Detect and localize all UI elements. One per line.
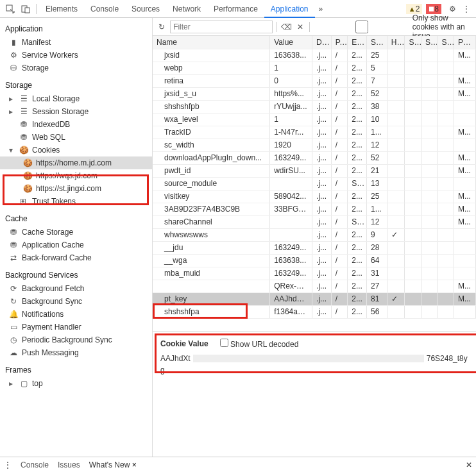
- cell[interactable]: 25: [367, 190, 387, 203]
- cell[interactable]: .j...: [312, 215, 332, 228]
- sidebar-item-service-workers[interactable]: ⚙Service Workers: [0, 49, 152, 62]
- cell[interactable]: 163638...: [270, 254, 312, 267]
- table-row[interactable]: visitkey589042....j.../2...25M...: [153, 190, 476, 203]
- cell[interactable]: .j...: [312, 177, 332, 190]
- cell[interactable]: [421, 177, 437, 190]
- cell[interactable]: [438, 113, 454, 126]
- cell[interactable]: 7: [367, 74, 387, 87]
- sidebar-item-notifications[interactable]: 🔔Notifications: [0, 308, 152, 321]
- table-row[interactable]: __jdu163249....j.../2...28: [153, 241, 476, 254]
- cell[interactable]: S...: [348, 215, 367, 228]
- cookies-table[interactable]: NameValueD...P...E...Si...H...S...S...S.…: [153, 36, 476, 319]
- table-row[interactable]: __wga163638....j.../2...64: [153, 254, 476, 267]
- cell[interactable]: [421, 74, 437, 87]
- cell[interactable]: .j...: [312, 267, 332, 280]
- sidebar-item-push[interactable]: ☁Push Messaging: [0, 346, 152, 359]
- cell[interactable]: [405, 49, 421, 62]
- cell[interactable]: [405, 100, 421, 113]
- cell[interactable]: [454, 254, 475, 267]
- show-decoded-toggle[interactable]: Show URL decoded: [220, 339, 299, 349]
- cell[interactable]: [405, 241, 421, 254]
- table-row[interactable]: shshshfpaf1364ae....j.../2...56: [153, 305, 476, 318]
- cell[interactable]: [421, 228, 437, 241]
- cell[interactable]: /: [331, 292, 347, 305]
- cell[interactable]: [438, 177, 454, 190]
- table-row[interactable]: downloadAppPlugIn_down...163249....j.../…: [153, 151, 476, 164]
- cell[interactable]: [387, 113, 405, 126]
- cell[interactable]: [405, 126, 421, 139]
- cell[interactable]: /: [331, 280, 347, 292]
- cell[interactable]: 52: [367, 87, 387, 100]
- cell[interactable]: [421, 305, 437, 318]
- cell[interactable]: retina: [153, 74, 270, 87]
- cell[interactable]: [387, 215, 405, 228]
- cell[interactable]: 2...: [348, 164, 367, 177]
- cell[interactable]: [405, 151, 421, 164]
- cell[interactable]: .j...: [312, 49, 332, 62]
- cell[interactable]: /: [331, 151, 347, 164]
- cell[interactable]: [387, 203, 405, 215]
- cell[interactable]: [421, 139, 437, 151]
- cell[interactable]: /: [331, 126, 347, 139]
- cell[interactable]: /: [331, 241, 347, 254]
- cell[interactable]: [454, 305, 475, 318]
- cell[interactable]: /: [331, 62, 347, 74]
- cell[interactable]: [438, 267, 454, 280]
- cell[interactable]: /: [331, 87, 347, 100]
- cell[interactable]: [405, 139, 421, 151]
- col-header[interactable]: Pr...: [454, 36, 475, 49]
- table-row[interactable]: pt_keyAAJhdX....j.../2...81✓M...: [153, 292, 476, 305]
- cell[interactable]: /: [331, 267, 347, 280]
- cell[interactable]: [405, 267, 421, 280]
- cell[interactable]: source_module: [153, 177, 270, 190]
- cell[interactable]: pwdt_id: [153, 164, 270, 177]
- cell[interactable]: https%...: [270, 87, 312, 100]
- cookie-host-wqs[interactable]: 🍪https://wqs.jd.com: [0, 169, 152, 182]
- cell[interactable]: /: [331, 305, 347, 318]
- cell[interactable]: TrackID: [153, 126, 270, 139]
- cell[interactable]: /: [331, 139, 347, 151]
- drawer-tab-issues[interactable]: Issues: [58, 460, 80, 469]
- cell[interactable]: 1: [270, 62, 312, 74]
- sidebar-item-session-storage[interactable]: ▸☰Session Storage: [0, 105, 152, 118]
- tab-application[interactable]: Application: [264, 0, 315, 18]
- cell[interactable]: [454, 113, 475, 126]
- cell[interactable]: 2...: [348, 113, 367, 126]
- cell[interactable]: 589042...: [270, 190, 312, 203]
- col-header[interactable]: D...: [312, 36, 332, 49]
- cell[interactable]: [438, 87, 454, 100]
- cell[interactable]: M...: [454, 126, 475, 139]
- cell[interactable]: 2...: [348, 62, 367, 74]
- cell[interactable]: .j...: [312, 164, 332, 177]
- clear-all-icon[interactable]: ✕: [296, 22, 305, 31]
- cell[interactable]: .j...: [312, 113, 332, 126]
- cell[interactable]: __wga: [153, 254, 270, 267]
- cell[interactable]: __jdu: [153, 241, 270, 254]
- cell[interactable]: [405, 74, 421, 87]
- table-row[interactable]: jxsid163638....j.../2...25M...: [153, 49, 476, 62]
- sidebar-item-bfcache[interactable]: ⇄Back-forward Cache: [0, 251, 152, 264]
- cell[interactable]: .j...: [312, 228, 332, 241]
- cell[interactable]: [438, 203, 454, 215]
- cell[interactable]: 163249...: [270, 151, 312, 164]
- sidebar-item-indexeddb[interactable]: ⛃IndexedDB: [0, 118, 152, 131]
- cell[interactable]: 12: [367, 215, 387, 228]
- drawer-tab-whatsnew[interactable]: What's New ×: [89, 460, 137, 469]
- cell[interactable]: [421, 215, 437, 228]
- cell[interactable]: [438, 139, 454, 151]
- cell[interactable]: 5: [367, 62, 387, 74]
- sidebar-item-bgsync[interactable]: ↻Background Sync: [0, 295, 152, 308]
- cell[interactable]: [421, 126, 437, 139]
- cell[interactable]: [438, 190, 454, 203]
- cell[interactable]: .j...: [312, 292, 332, 305]
- cell[interactable]: [438, 280, 454, 292]
- cell[interactable]: wdirSU...: [270, 164, 312, 177]
- table-row[interactable]: shshshfpbrYUwjja....j.../2...38: [153, 100, 476, 113]
- cell[interactable]: .j...: [312, 203, 332, 215]
- cell[interactable]: mba_muid: [153, 267, 270, 280]
- sidebar-item-periodic-sync[interactable]: ◷Periodic Background Sync: [0, 333, 152, 346]
- errors-badge[interactable]: ◼ 8: [426, 4, 441, 14]
- cell[interactable]: [270, 215, 312, 228]
- cell[interactable]: [405, 177, 421, 190]
- cell[interactable]: 10: [367, 113, 387, 126]
